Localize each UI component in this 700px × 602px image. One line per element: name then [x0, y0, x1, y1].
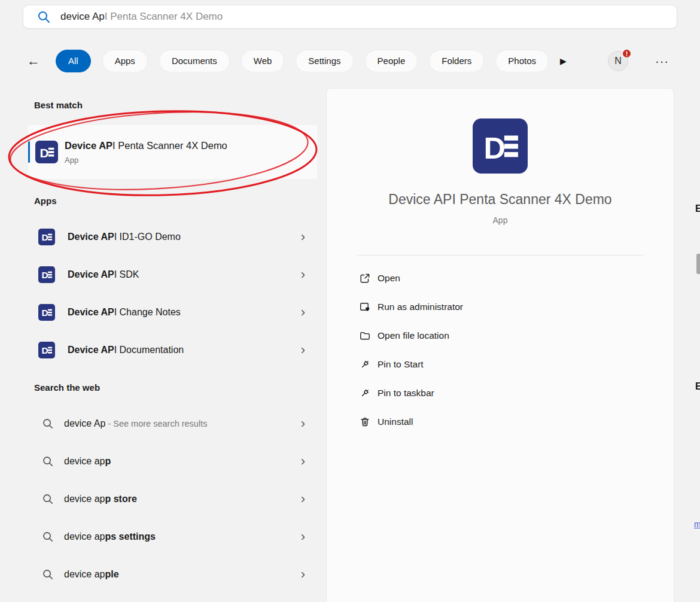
- pin-icon: [359, 387, 371, 399]
- filter-tab-all[interactable]: All: [56, 50, 91, 72]
- result-preview-panel: D Device API Penta Scanner 4X Demo App O…: [326, 88, 674, 602]
- best-match-title: Device API Penta Scanner 4X Demo: [65, 140, 227, 151]
- expand-chevron-icon[interactable]: ›: [301, 492, 305, 506]
- svg-text:D: D: [42, 232, 48, 242]
- app-result-title: Device API Change Notes: [68, 307, 181, 318]
- uninstall-action[interactable]: Uninstall: [351, 408, 650, 436]
- app-result-change-notes[interactable]: D Device API Change Notes ›: [34, 293, 317, 331]
- pin-to-taskbar-action[interactable]: Pin to taskbar: [351, 379, 650, 408]
- web-suggestion-text: device app: [64, 456, 111, 467]
- app-icon: D: [38, 229, 55, 245]
- search-icon: [42, 493, 54, 505]
- expand-chevron-icon[interactable]: ›: [301, 417, 305, 430]
- context-actions: Open Run as administrator Open file loca…: [351, 264, 650, 436]
- search-icon: [42, 531, 54, 543]
- svg-text:D: D: [42, 270, 48, 280]
- expand-chevron-icon[interactable]: ›: [301, 230, 305, 244]
- search-icon: [42, 455, 54, 467]
- open-external-icon: [359, 272, 371, 284]
- action-label: Uninstall: [378, 416, 413, 427]
- best-match-type: App: [65, 156, 227, 165]
- search-icon: [42, 568, 54, 580]
- selection-accent-bar: [28, 141, 30, 163]
- open-file-location-action[interactable]: Open file location: [351, 321, 650, 350]
- web-suggestion-device-apps-settings[interactable]: device apps settings ›: [34, 518, 317, 555]
- app-icon: D: [38, 266, 55, 283]
- app-icon: D: [35, 141, 58, 163]
- app-result-title: Device API ID1-GO Demo: [68, 232, 181, 242]
- divider: [357, 255, 644, 256]
- svg-text:D: D: [42, 345, 48, 355]
- app-result-documentation[interactable]: D Device API Documentation ›: [34, 331, 317, 369]
- web-suggestion-device-app-store[interactable]: device app store ›: [34, 480, 317, 518]
- windows-search-overlay: device ApI Penta Scanner 4X Demo ← All A…: [0, 0, 700, 602]
- avatar-letter: N: [614, 56, 622, 66]
- trash-icon: [359, 416, 371, 428]
- web-suggestion-device-apple[interactable]: device apple ›: [34, 555, 317, 593]
- pin-to-start-action[interactable]: Pin to Start: [351, 350, 650, 379]
- filter-tab-web[interactable]: Web: [241, 50, 285, 72]
- search-the-web-header: Search the web: [34, 382, 317, 393]
- web-suggestion-device-app[interactable]: device app ›: [34, 442, 317, 480]
- notification-badge: !: [622, 48, 632, 59]
- app-result-sdk[interactable]: D Device API SDK ›: [34, 256, 317, 293]
- svg-text:D: D: [40, 146, 49, 160]
- admin-shield-icon: [359, 301, 371, 313]
- filter-tab-apps[interactable]: Apps: [102, 50, 148, 72]
- run-as-administrator-action[interactable]: Run as administrator: [351, 293, 650, 321]
- more-filters-icon[interactable]: ▶: [560, 56, 567, 66]
- filter-tab-people[interactable]: People: [365, 50, 418, 72]
- pin-icon: [359, 358, 371, 370]
- expand-chevron-icon[interactable]: ›: [301, 455, 305, 468]
- screen-edge-artifact: m: [694, 519, 700, 530]
- expand-chevron-icon[interactable]: ›: [301, 306, 305, 319]
- search-input[interactable]: device ApI Penta Scanner 4X Demo: [23, 5, 677, 29]
- screen-edge-artifact: [696, 254, 700, 274]
- app-result-title: Device API SDK: [68, 269, 139, 280]
- screen-edge-artifact: E: [695, 381, 700, 392]
- search-icon: [36, 10, 51, 24]
- search-typed-text: device Ap: [60, 11, 105, 23]
- filter-tab-settings[interactable]: Settings: [296, 50, 353, 72]
- web-suggestions-list: device Ap - See more search results › de…: [34, 405, 317, 593]
- expand-chevron-icon[interactable]: ›: [301, 530, 305, 543]
- app-result-id1-go-demo[interactable]: D Device API ID1-GO Demo ›: [34, 218, 317, 256]
- folder-icon: [359, 330, 371, 342]
- svg-text:D: D: [42, 308, 48, 318]
- apps-header: Apps: [34, 196, 317, 206]
- search-icon: [42, 418, 54, 430]
- action-label: Run as administrator: [378, 302, 463, 312]
- expand-chevron-icon[interactable]: ›: [301, 568, 305, 581]
- action-label: Open: [378, 273, 400, 284]
- filter-bar: ← All Apps Documents Web Settings People…: [23, 48, 677, 74]
- search-results-column: Best match D Device API Penta Scanner 4X…: [34, 88, 317, 593]
- filter-tab-photos[interactable]: Photos: [495, 50, 549, 72]
- app-icon: D: [38, 304, 55, 321]
- preview-app-type: App: [327, 215, 674, 225]
- web-suggestion-text: device Ap - See more search results: [64, 418, 207, 429]
- app-icon-large: D: [473, 118, 528, 174]
- expand-chevron-icon[interactable]: ›: [301, 343, 305, 357]
- screen-edge-artifact: E: [695, 203, 700, 214]
- filter-tab-folders[interactable]: Folders: [429, 50, 484, 72]
- svg-text:D: D: [483, 131, 506, 165]
- search-inline-suggestion: I Penta Scanner 4X Demo: [105, 11, 223, 23]
- filter-tab-documents[interactable]: Documents: [159, 50, 230, 72]
- preview-app-title: Device API Penta Scanner 4X Demo: [327, 191, 674, 208]
- app-icon: D: [38, 342, 55, 358]
- account-avatar[interactable]: N !: [608, 51, 628, 71]
- expand-chevron-icon[interactable]: ›: [301, 268, 305, 281]
- best-match-result[interactable]: D Device API Penta Scanner 4X Demo App: [28, 125, 317, 179]
- app-result-title: Device API Documentation: [68, 345, 184, 355]
- best-match-header: Best match: [34, 100, 317, 110]
- back-arrow-icon[interactable]: ←: [23, 48, 44, 74]
- best-match-text: Device API Penta Scanner 4X Demo App: [65, 140, 227, 165]
- web-suggestion-text: device app store: [64, 494, 137, 504]
- action-label: Pin to Start: [378, 359, 424, 370]
- overflow-menu-icon[interactable]: ···: [655, 54, 669, 68]
- action-label: Open file location: [378, 330, 449, 341]
- web-suggestion-see-more[interactable]: device Ap - See more search results ›: [34, 405, 317, 442]
- web-suggestion-text: device apps settings: [64, 531, 156, 542]
- apps-list: D Device API ID1-GO Demo › D Device API …: [34, 218, 317, 369]
- open-action[interactable]: Open: [351, 264, 650, 293]
